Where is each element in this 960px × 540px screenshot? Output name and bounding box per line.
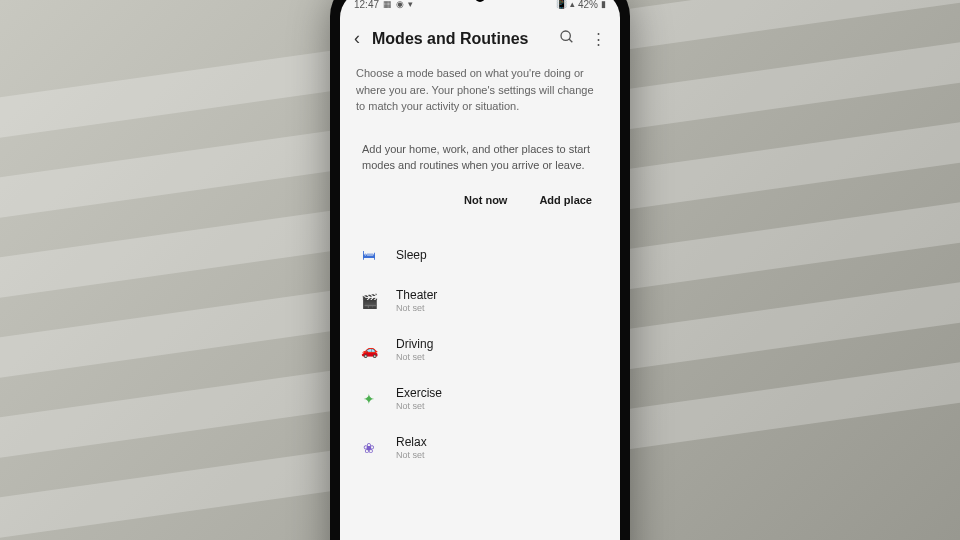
notification-icon: ▾ <box>408 0 413 9</box>
app-header: ‹ Modes and Routines ⋮ <box>340 18 620 59</box>
mode-subtitle: Not set <box>396 401 442 411</box>
mode-subtitle: Not set <box>396 303 437 313</box>
mode-item-sleep[interactable]: 🛏 Sleep <box>346 234 614 276</box>
mode-label: Sleep <box>396 248 427 262</box>
mode-label: Relax <box>396 435 427 449</box>
exercise-icon: ✦ <box>360 390 378 408</box>
mode-item-driving[interactable]: 🚗 Driving Not set <box>346 325 614 374</box>
vibrate-icon: 📳 <box>556 0 567 9</box>
back-button[interactable]: ‹ <box>354 28 360 49</box>
search-icon[interactable] <box>559 29 575 48</box>
prompt-text: Add your home, work, and other places to… <box>362 141 598 174</box>
status-time: 12:47 <box>354 0 379 10</box>
modes-list: 🛏 Sleep 🎬 Theater Not set 🚗 Driving Not … <box>340 234 620 472</box>
clapperboard-icon: 🎬 <box>360 292 378 310</box>
page-description: Choose a mode based on what you're doing… <box>340 59 620 129</box>
phone-frame: 12:47 ▦ ◉ ▾ 📳 ▴ 42% ▮ ‹ Modes and Routin… <box>330 0 630 540</box>
svg-line-1 <box>569 39 572 42</box>
car-icon: 🚗 <box>360 341 378 359</box>
not-now-button[interactable]: Not now <box>458 188 513 213</box>
calendar-icon: ▦ <box>383 0 392 9</box>
message-icon: ◉ <box>396 0 404 9</box>
mode-label: Theater <box>396 288 437 302</box>
add-place-prompt: Add your home, work, and other places to… <box>350 129 610 221</box>
svg-point-0 <box>561 31 570 40</box>
battery-icon: ▮ <box>601 0 606 9</box>
more-icon[interactable]: ⋮ <box>591 30 606 48</box>
status-battery: 42% <box>578 0 598 10</box>
signal-icon: ▴ <box>570 0 575 9</box>
leaf-icon: ❀ <box>360 439 378 457</box>
page-title: Modes and Routines <box>372 30 547 48</box>
mode-item-theater[interactable]: 🎬 Theater Not set <box>346 276 614 325</box>
mode-label: Exercise <box>396 386 442 400</box>
bed-icon: 🛏 <box>360 246 378 264</box>
mode-subtitle: Not set <box>396 450 427 460</box>
mode-label: Driving <box>396 337 433 351</box>
add-place-button[interactable]: Add place <box>533 188 598 213</box>
mode-item-exercise[interactable]: ✦ Exercise Not set <box>346 374 614 423</box>
status-bar: 12:47 ▦ ◉ ▾ 📳 ▴ 42% ▮ <box>340 0 620 18</box>
phone-screen: 12:47 ▦ ◉ ▾ 📳 ▴ 42% ▮ ‹ Modes and Routin… <box>340 0 620 540</box>
mode-item-relax[interactable]: ❀ Relax Not set <box>346 423 614 472</box>
mode-subtitle: Not set <box>396 352 433 362</box>
